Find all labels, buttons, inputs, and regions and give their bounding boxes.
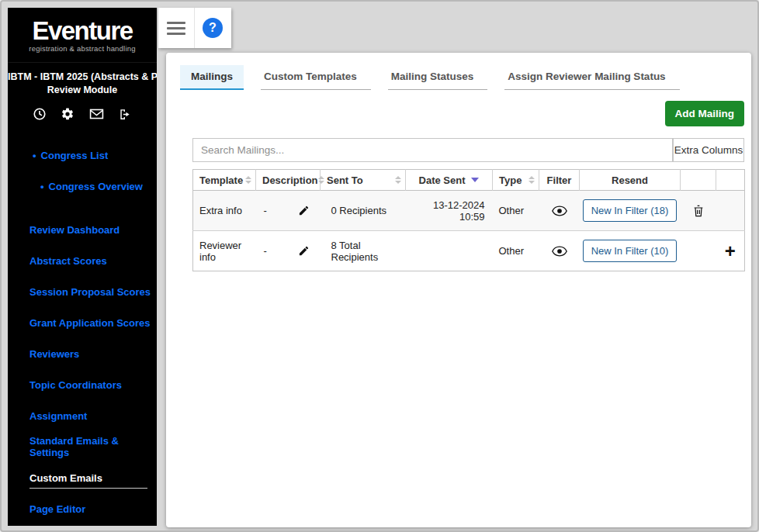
template-cell: Extra info [193, 191, 256, 231]
table-row: Reviewer info - 8 Total Recipients [193, 231, 745, 271]
sidebar-item-label: Custom Emails [29, 472, 102, 484]
column-header-actions-1 [681, 170, 716, 191]
sidebar-item-label: Review Dashboard [29, 224, 120, 236]
topbar: ? [158, 8, 231, 48]
column-header-template[interactable]: Template [193, 170, 256, 191]
eye-icon[interactable] [552, 206, 567, 216]
extra-columns-button[interactable]: Extra Columns [673, 138, 744, 162]
sort-icon [395, 176, 401, 184]
sidebar-item-review-dashboard[interactable]: Review Dashboard [8, 214, 157, 245]
column-header-date-sent[interactable]: Date Sent [406, 170, 493, 191]
description-value: - [264, 245, 267, 257]
row-action-cell [681, 191, 716, 231]
sidebar-item-grant-application-scores[interactable]: Grant Application Scores [8, 307, 157, 338]
tab-mailing-statuses[interactable]: Mailing Statuses [388, 65, 488, 90]
add-mailing-button[interactable]: Add Mailing [665, 101, 745, 126]
sort-desc-icon [471, 178, 479, 182]
sidebar-item-congress-overview[interactable]: • Congress Overview [8, 171, 157, 202]
sidebar-item-label: Topic Coordinators [29, 379, 122, 391]
sidebar-item-topic-coordinators[interactable]: Topic Coordinators [8, 369, 157, 400]
sidebar-item-custom-emails[interactable]: Custom Emails [8, 462, 157, 493]
resend-cell: New In Filter (18) [580, 191, 681, 231]
search-row: Extra Columns [192, 138, 744, 162]
main-panel: Mailings Custom Templates Mailing Status… [166, 53, 751, 527]
column-header-sent-to[interactable]: Sent To [321, 170, 406, 191]
sidebar-item-label: Grant Application Scores [29, 317, 151, 329]
logo-title: Eventure [8, 17, 157, 45]
help-icon[interactable]: ? [203, 18, 223, 38]
row-action-cell-2: + [716, 231, 745, 271]
mailings-table: Template Description Sent To [192, 169, 745, 271]
row-action-cell-2 [716, 191, 745, 231]
add-row-icon[interactable]: + [725, 240, 736, 261]
table-header-row: Template Description Sent To [193, 170, 745, 191]
column-header-actions-2 [716, 170, 745, 191]
gear-icon[interactable] [61, 107, 75, 121]
sidebar-item-label: Assignment [29, 410, 87, 422]
sidebar-nav: • Congress List • Congress Overview Revi… [8, 140, 157, 524]
sidebar-item-label: Abstract Scores [29, 255, 107, 267]
sidebar-item-session-proposal-scores[interactable]: Session Proposal Scores [8, 276, 157, 307]
sidebar-item-assignment[interactable]: Assignment [8, 400, 157, 431]
type-cell: Other [493, 231, 539, 271]
logo-subtitle: registration & abstract handling [8, 44, 157, 53]
edit-pencil-icon[interactable] [298, 245, 310, 257]
tab-mailings[interactable]: Mailings [180, 65, 244, 90]
sidebar-item-page-editor[interactable]: Page Editor [8, 493, 157, 524]
sort-icon [529, 176, 535, 184]
help-section: ? [194, 8, 230, 48]
table-row: Extra info - 0 Recipients 13-12-202 [193, 191, 745, 231]
sort-icon [318, 176, 324, 184]
new-in-filter-button[interactable]: New In Filter (10) [583, 240, 678, 262]
sidebar-item-reviewers[interactable]: Reviewers [8, 338, 157, 369]
template-cell: Reviewer info [193, 231, 256, 271]
sort-icon [245, 176, 251, 184]
tab-assign-reviewer-mailing-status[interactable]: Assign Reviewer Mailing Status [504, 65, 679, 90]
clock-icon[interactable] [33, 107, 47, 121]
type-cell: Other [493, 191, 539, 231]
sidebar-item-congress-list[interactable]: • Congress List [8, 140, 157, 171]
edit-pencil-icon[interactable] [298, 205, 310, 216]
sidebar-item-standard-emails-settings[interactable]: Standard Emails & Settings [8, 431, 157, 462]
sidebar-item-label: Session Proposal Scores [29, 286, 151, 298]
sent-to-cell: 8 Total Recipients [321, 231, 406, 271]
bullet-icon: • [33, 150, 36, 161]
tab-bar: Mailings Custom Templates Mailing Status… [166, 53, 751, 90]
row-action-cell [681, 231, 716, 271]
congress-title: IBTM - IBTM 2025 (Abstracts & Par... [8, 71, 157, 82]
sidebar-item-abstract-scores[interactable]: Abstract Scores [8, 245, 157, 276]
bullet-icon: • [40, 181, 44, 192]
column-header-resend: Resend [580, 170, 681, 191]
sidebar-item-label: Congress Overview [49, 181, 143, 192]
sidebar: Eventure registration & abstract handlin… [8, 8, 157, 526]
hamburger-menu-icon[interactable] [158, 22, 194, 35]
description-cell: - [256, 191, 321, 231]
sidebar-item-label: Standard Emails & Settings [29, 435, 157, 458]
sidebar-item-label: Page Editor [29, 503, 85, 515]
resend-cell: New In Filter (10) [580, 231, 681, 271]
date-sent-cell: 13-12-2024 10:59 [406, 191, 493, 231]
filter-cell [539, 231, 580, 271]
trash-icon[interactable] [692, 204, 705, 218]
app-window: Eventure registration & abstract handlin… [0, 0, 759, 532]
column-header-type[interactable]: Type [493, 170, 539, 191]
envelope-icon[interactable] [89, 108, 104, 120]
filter-cell [539, 191, 580, 231]
sign-out-icon[interactable] [118, 108, 132, 121]
description-cell: - [256, 231, 321, 271]
eye-icon[interactable] [552, 246, 567, 257]
column-header-description[interactable]: Description [256, 170, 321, 191]
sidebar-item-label: Congress List [41, 150, 109, 161]
column-header-filter: Filter [539, 170, 580, 191]
sidebar-icon-row [8, 107, 157, 121]
tab-custom-templates[interactable]: Custom Templates [261, 65, 371, 90]
search-input[interactable] [192, 138, 673, 162]
logo: Eventure registration & abstract handlin… [8, 8, 157, 63]
module-title: Review Module [8, 85, 157, 95]
date-sent-cell [406, 231, 493, 271]
description-value: - [264, 205, 267, 216]
sidebar-item-label: Reviewers [29, 348, 79, 360]
new-in-filter-button[interactable]: New In Filter (18) [583, 199, 678, 222]
sent-to-cell: 0 Recipients [321, 191, 406, 231]
